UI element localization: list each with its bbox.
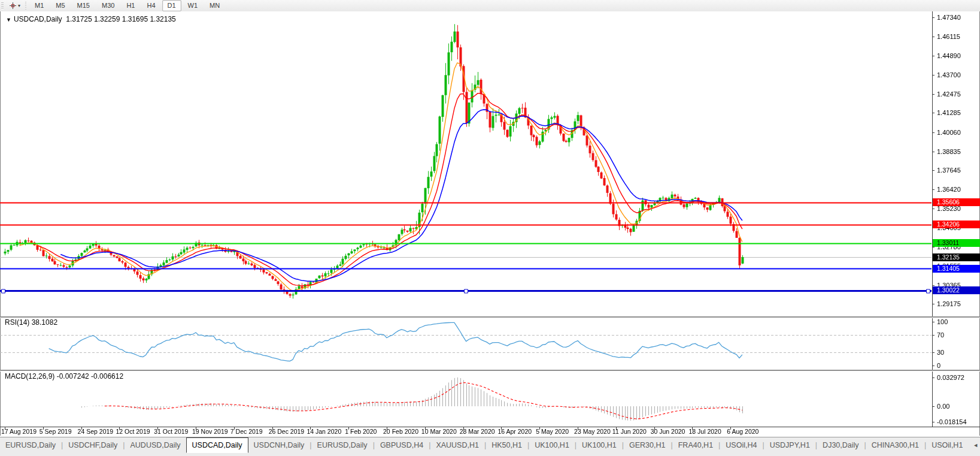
price-axis-label: 1.37645 bbox=[937, 167, 961, 174]
date-axis-label: 14 Jan 2020 bbox=[307, 428, 341, 435]
rsi-axis-label: 70 bbox=[937, 331, 944, 339]
date-axis-label: 5 May 2020 bbox=[536, 428, 569, 435]
price-axis-label: 1.43700 bbox=[937, 71, 961, 78]
price-axis-label: 1.42475 bbox=[937, 90, 961, 98]
price-axis-label: 1.38835 bbox=[937, 148, 961, 155]
date-axis-label: 20 Feb 2020 bbox=[383, 428, 418, 435]
chart-ohlc-values: 1.31725 1.32259 1.31695 1.32135 bbox=[66, 15, 176, 23]
date-axis-label: 6 Aug 2020 bbox=[727, 428, 758, 435]
price-axis-label: 1.41285 bbox=[937, 109, 961, 116]
date-axis-label: 23 May 2020 bbox=[574, 428, 611, 435]
rsi-axis-label: 30 bbox=[937, 349, 944, 356]
date-axis-label: 12 Oct 2019 bbox=[116, 428, 150, 435]
date-axis-label: 28 Mar 2020 bbox=[460, 428, 495, 435]
chart-symbol-label: USDCAD,Daily bbox=[14, 15, 62, 23]
price-axis-label: 1.29175 bbox=[937, 300, 961, 307]
rsi-indicator-label: RSI(14) 38.1082 bbox=[5, 318, 57, 327]
current-price-badge: 1.32135 bbox=[933, 253, 980, 261]
macd-indicator-label: MACD(12,26,9) -0.007242 -0.006612 bbox=[5, 372, 123, 380]
date-axis-label: 17 Aug 2019 bbox=[1, 428, 37, 435]
date-axis-label: 19 Nov 2019 bbox=[192, 428, 228, 435]
date-axis-label: 16 Apr 2020 bbox=[497, 428, 532, 435]
price-axis-label: 1.44890 bbox=[937, 52, 961, 59]
date-axis-label: 24 Sep 2019 bbox=[78, 428, 114, 435]
hline-price-badge[interactable]: 1.30022 bbox=[933, 286, 980, 294]
hline-price-badge[interactable]: 1.33011 bbox=[933, 239, 980, 247]
price-axis-label: 1.40060 bbox=[937, 129, 961, 136]
hline-price-badge[interactable]: 1.34206 bbox=[933, 221, 980, 228]
chart-canvas[interactable] bbox=[0, 0, 980, 456]
macd-axis-label: -0.018154 bbox=[937, 418, 967, 425]
date-axis-label: 18 Jul 2020 bbox=[688, 428, 721, 435]
macd-axis-label: 0.00 bbox=[937, 403, 949, 410]
rsi-axis-label: 100 bbox=[937, 318, 948, 325]
date-axis-label: 11 Jun 2020 bbox=[612, 428, 647, 435]
date-axis-label: 31 Oct 2019 bbox=[154, 428, 188, 435]
date-axis-label: 10 Mar 2020 bbox=[421, 428, 457, 435]
date-axis-label: 30 Jun 2020 bbox=[651, 428, 685, 435]
date-axis-label: 1 Feb 2020 bbox=[345, 428, 377, 435]
panel-separator-main-rsi[interactable] bbox=[0, 316, 980, 318]
price-axis-label: 1.46115 bbox=[937, 33, 960, 40]
hline-price-badge[interactable]: 1.31405 bbox=[933, 265, 980, 273]
date-axis-label: 5 Sep 2019 bbox=[40, 428, 72, 435]
date-axis-label: 26 Dec 2019 bbox=[269, 428, 305, 435]
macd-axis-label: 0.032972 bbox=[937, 374, 964, 381]
hline-price-badge[interactable]: 1.35606 bbox=[933, 198, 980, 206]
triangle-down-icon: ▼ bbox=[6, 17, 11, 23]
trading-terminal-window: ▾ M1M5M15M30H1H4D1W1MN ▼USDCAD,Daily 1.3… bbox=[0, 0, 980, 456]
price-axis-label: 1.36420 bbox=[937, 186, 961, 193]
date-axis-label: 7 Dec 2019 bbox=[230, 428, 263, 435]
panel-separator-rsi-macd[interactable] bbox=[0, 370, 980, 372]
chart-title: ▼USDCAD,Daily 1.31725 1.32259 1.31695 1.… bbox=[6, 15, 176, 23]
price-axis-label: 1.47340 bbox=[937, 14, 961, 21]
rsi-axis-label: 0 bbox=[937, 362, 940, 369]
